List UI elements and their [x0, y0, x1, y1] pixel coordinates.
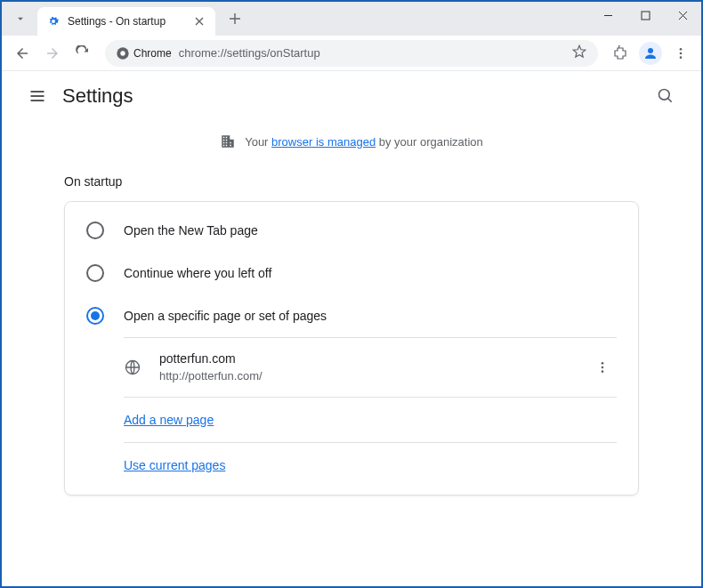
minimize-icon	[603, 11, 613, 20]
managed-link[interactable]: browser is managed	[271, 135, 376, 149]
settings-content: Settings Your browser is managed by your…	[2, 71, 701, 586]
use-current-row: Use current pages	[124, 443, 617, 487]
svg-point-3	[648, 48, 653, 53]
plus-icon	[229, 12, 241, 25]
option-continue[interactable]: Continue where you left off	[65, 252, 638, 294]
minimize-button[interactable]	[589, 2, 626, 28]
tab-search-dropdown[interactable]	[7, 5, 34, 32]
extensions-button[interactable]	[605, 38, 635, 68]
radio-icon	[86, 222, 104, 239]
radio-icon	[86, 307, 104, 325]
toolbar: Chrome chrome://settings/onStartup	[2, 36, 701, 71]
page-url: http://potterfun.com/	[159, 368, 588, 384]
star-icon	[571, 44, 587, 60]
svg-point-5	[680, 52, 683, 54]
avatar	[639, 42, 662, 65]
titlebar: Settings - On startup	[2, 2, 701, 36]
reload-button[interactable]	[68, 38, 98, 68]
arrow-left-icon	[14, 45, 30, 61]
address-bar[interactable]: Chrome chrome://settings/onStartup	[105, 40, 598, 67]
chevron-down-icon	[14, 12, 27, 25]
browser-tab[interactable]: Settings - On startup	[37, 7, 215, 36]
search-icon	[657, 87, 675, 105]
svg-point-9	[602, 362, 604, 365]
add-page-row: Add a new page	[124, 398, 617, 442]
page-name: potterfun.com	[159, 350, 588, 368]
window-controls	[589, 2, 701, 28]
globe-icon	[124, 358, 141, 376]
page-info: potterfun.com http://potterfun.com/	[159, 350, 588, 384]
svg-point-7	[659, 90, 670, 101]
option-new-tab[interactable]: Open the New Tab page	[65, 209, 638, 252]
svg-rect-0	[642, 12, 650, 20]
new-tab-button[interactable]	[222, 6, 247, 31]
settings-header: Settings	[2, 71, 701, 121]
profile-button[interactable]	[635, 38, 666, 68]
reload-icon	[75, 45, 91, 61]
back-button[interactable]	[7, 38, 37, 68]
managed-banner: Your browser is managed by your organiza…	[2, 121, 701, 162]
site-chip[interactable]: Chrome	[116, 46, 172, 60]
building-icon	[220, 133, 236, 149]
startup-card: Open the New Tab page Continue where you…	[64, 201, 639, 495]
svg-point-4	[680, 48, 683, 51]
add-page-link[interactable]: Add a new page	[124, 413, 214, 427]
settings-search-button[interactable]	[648, 78, 683, 114]
person-icon	[642, 45, 659, 61]
startup-pages-list: potterfun.com http://potterfun.com/ Add …	[65, 337, 638, 487]
settings-menu-button[interactable]	[20, 78, 55, 114]
managed-text: Your browser is managed by your organiza…	[245, 135, 483, 149]
menu-icon	[28, 87, 46, 105]
tab-title: Settings - On startup	[68, 15, 192, 28]
tab-close-button[interactable]	[192, 14, 206, 28]
startup-page-row: potterfun.com http://potterfun.com/	[124, 338, 617, 397]
page-title: Settings	[62, 85, 648, 108]
radio-icon	[86, 264, 104, 282]
close-icon	[195, 17, 204, 26]
svg-point-6	[680, 56, 683, 59]
svg-point-2	[120, 51, 125, 55]
page-more-button[interactable]	[588, 353, 617, 382]
forward-button[interactable]	[37, 38, 68, 68]
chrome-menu-button[interactable]	[666, 38, 696, 68]
url-text: chrome://settings/onStartup	[179, 46, 571, 60]
puzzle-icon	[612, 45, 628, 61]
option-label: Open a specific page or set of pages	[124, 309, 327, 323]
option-specific-page[interactable]: Open a specific page or set of pages	[65, 294, 638, 337]
more-vert-icon	[595, 360, 610, 375]
svg-point-11	[602, 370, 604, 373]
arrow-right-icon	[44, 45, 61, 61]
chrome-icon	[116, 46, 130, 60]
option-label: Continue where you left off	[124, 266, 271, 280]
maximize-button[interactable]	[626, 2, 664, 28]
option-label: Open the New Tab page	[124, 223, 258, 238]
gear-icon	[46, 14, 61, 28]
close-window-button[interactable]	[664, 2, 701, 28]
svg-point-10	[602, 366, 604, 369]
use-current-link[interactable]: Use current pages	[124, 458, 225, 472]
more-vert-icon	[674, 46, 688, 60]
bookmark-button[interactable]	[571, 44, 587, 63]
close-icon	[678, 11, 688, 20]
site-chip-label: Chrome	[133, 47, 172, 60]
maximize-icon	[641, 11, 650, 20]
section-title: On startup	[2, 162, 701, 201]
